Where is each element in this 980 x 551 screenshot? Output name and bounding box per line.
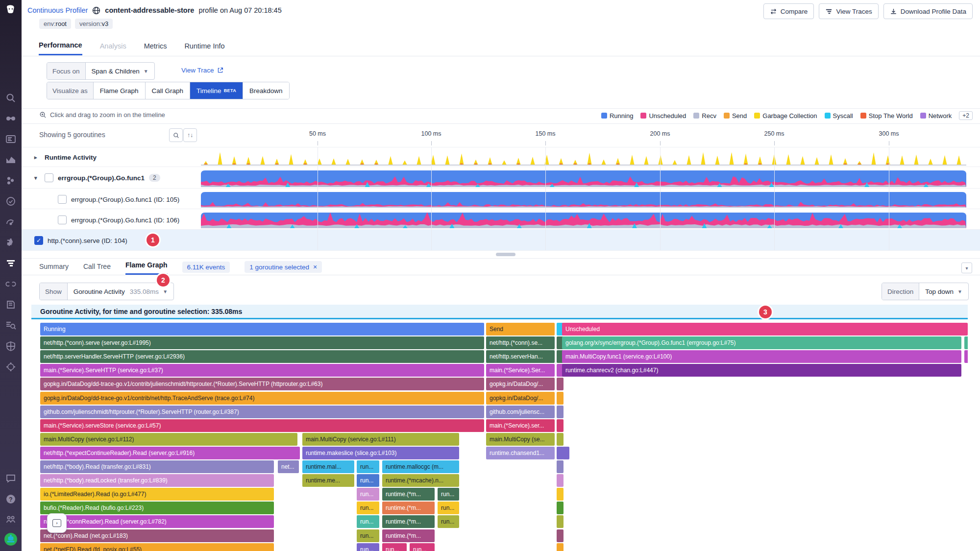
flame-segment[interactable]: run... <box>357 474 379 487</box>
flame-segment[interactable]: github.com/julienschmidt/httprouter.(*Ro… <box>40 406 484 418</box>
goroutine-checkbox[interactable] <box>45 173 53 182</box>
goroutine-checkbox-checked[interactable]: ✓ <box>34 236 43 245</box>
flame-segment[interactable]: run... <box>357 460 379 473</box>
flame-segment[interactable]: run... <box>410 543 435 551</box>
sidebar-icon-security[interactable] <box>5 340 17 352</box>
legend-item-network[interactable]: Network <box>920 112 952 120</box>
flame-segment[interactable]: runtime.mallocgc (m... <box>382 460 459 473</box>
flame-segment[interactable]: runtime.(*mcache).n... <box>382 474 459 487</box>
goroutine-search-button[interactable] <box>169 128 183 142</box>
flame-segment[interactable]: net/http.(*connReader).Read (server.go:L… <box>40 515 274 528</box>
datadog-logo-icon[interactable] <box>5 4 17 16</box>
sidebar-icon-profiler[interactable] <box>5 258 17 269</box>
tab-runtime-info[interactable]: Runtime Info <box>184 42 224 55</box>
bottom-tab-call-tree[interactable]: Call Tree <box>83 263 111 275</box>
flame-segment[interactable]: runtime.makeslice (slice.go:L#103) <box>302 447 459 459</box>
flame-segment[interactable]: run... <box>357 515 379 528</box>
flame-segment[interactable]: runtime.(*m... <box>382 502 435 514</box>
flame-segment-sliver[interactable] <box>557 419 564 432</box>
flame-segment[interactable]: bufio.(*Reader).Read (bufio.go:L#223) <box>40 502 274 514</box>
flame-segment[interactable]: gopkg.in/DataDog/... <box>486 392 555 405</box>
visualize-breakdown[interactable]: Breakdown <box>243 82 289 99</box>
flame-segment[interactable]: run... <box>357 543 379 551</box>
flame-segment[interactable]: main.(*Service).ServeHTTP (service.go:L#… <box>40 364 484 377</box>
flame-segment[interactable]: main.MultiCopy (service.go:L#111) <box>302 433 459 446</box>
flame-segment[interactable]: main.MultiCopy (service.go:L#112) <box>40 433 297 446</box>
sidebar-icon-ci[interactable] <box>5 278 17 290</box>
flame-segment[interactable]: runtime.(*m... <box>382 488 435 501</box>
events-count-pill[interactable]: 6.11K events <box>182 262 230 273</box>
sidebar-icon-metrics[interactable] <box>5 154 17 166</box>
tab-performance[interactable]: Performance <box>39 41 82 55</box>
flame-segment[interactable]: net/http.(*conn).se... <box>486 336 555 349</box>
flame-segment-sliver[interactable] <box>964 336 968 349</box>
flame-segment[interactable]: net/http.serverHan... <box>486 350 555 363</box>
sidebar-icon-chat[interactable] <box>5 473 17 484</box>
flame-segment-sliver[interactable] <box>557 529 564 542</box>
flame-segment-sliver[interactable] <box>557 378 564 390</box>
flame-segment[interactable]: runtime.(*m... <box>382 515 435 528</box>
show-select[interactable]: Goroutine Activity 335.08ms ▼ <box>68 283 173 300</box>
flame-segment[interactable]: github.com/juliensc... <box>486 406 555 418</box>
visualize-timeline[interactable]: TimelineBETA <box>190 82 243 99</box>
tab-metrics[interactable]: Metrics <box>144 42 167 55</box>
flame-segment[interactable]: runtime.chanrecv2 (chan.go:L#447) <box>562 364 961 377</box>
flame-segment[interactable]: net/http.(*expectContinueReader).Read (s… <box>40 447 300 459</box>
flame-segment[interactable]: net... <box>278 460 299 473</box>
flame-segment-sliver[interactable] <box>557 406 564 418</box>
flame-segment[interactable]: golang.org/x/sync/errgroup.(*Group).Go.f… <box>562 336 961 349</box>
close-icon[interactable]: × <box>313 263 317 271</box>
flame-segment[interactable]: run... <box>438 515 459 528</box>
sidebar-icon-log-explorer[interactable] <box>5 319 17 331</box>
legend-item-recv[interactable]: Recv <box>693 112 716 120</box>
legend-item-running[interactable]: Running <box>601 112 633 120</box>
flame-segment[interactable]: net/http.(*body).readLocked (transfer.go… <box>40 474 274 487</box>
visualize-call-graph[interactable]: Call Graph <box>146 82 191 99</box>
goroutine-row[interactable]: ▸Runtime Activity <box>34 150 97 165</box>
goroutine-selected-pill[interactable]: 1 goroutine selected× <box>245 261 322 273</box>
sidebar-icon-integrations[interactable] <box>5 237 17 248</box>
legend-item-stop-the-world[interactable]: Stop The World <box>860 112 913 120</box>
flame-segment[interactable]: run... <box>357 502 379 514</box>
flame-segment-sliver[interactable] <box>563 447 569 459</box>
service-name[interactable]: content-addressable-store <box>105 6 194 14</box>
console-toggle-button[interactable]: › <box>47 513 67 533</box>
flame-segment-sliver[interactable] <box>557 502 564 514</box>
legend-item-syscall[interactable]: Syscall <box>825 112 853 120</box>
flame-segment-sliver[interactable] <box>557 474 564 487</box>
legend-item-unscheduled[interactable]: Unscheduled <box>640 112 686 120</box>
legend-more-badge[interactable]: +2 <box>959 111 973 120</box>
flame-segment[interactable]: run... <box>382 543 407 551</box>
sidebar-icon-monitors[interactable] <box>5 195 17 207</box>
sidebar-icon-notebooks[interactable] <box>5 299 17 311</box>
flame-segment[interactable]: net.(*conn).Read (net.go:L#183) <box>40 529 274 542</box>
flame-segment[interactable]: run... <box>438 488 459 501</box>
sidebar-icon-org-users[interactable] <box>5 514 17 526</box>
sidebar-icon-search[interactable] <box>5 92 17 104</box>
flame-segment[interactable]: run... <box>357 488 379 501</box>
user-avatar[interactable] <box>4 533 17 546</box>
sidebar-icon-help[interactable]: ? <box>5 493 17 505</box>
bottom-tab-flame-graph[interactable]: Flame Graph <box>125 261 168 275</box>
goroutine-checkbox[interactable] <box>58 195 67 204</box>
tag-env[interactable]: env:root <box>39 19 71 29</box>
flame-segment[interactable]: runtime.chansend1... <box>486 447 555 459</box>
flame-segment[interactable]: main.(*Service).Ser... <box>486 364 555 377</box>
flame-segment[interactable]: gopkg.in/DataDog/dd-trace-go.v1/contrib/… <box>40 392 484 405</box>
flame-segment-sliver[interactable] <box>557 392 564 405</box>
flame-segment-sliver[interactable] <box>557 488 564 501</box>
goroutine-row[interactable]: errgroup.(*Group).Go.func1 (ID: 106) <box>58 213 179 227</box>
tab-analysis[interactable]: Analysis <box>100 42 126 55</box>
continuous-profiler-link[interactable]: Continuous Profiler <box>27 6 88 14</box>
flame-segment[interactable]: net/http.(*conn).serve (server.go:L#1995… <box>40 336 484 349</box>
flame-segment[interactable]: Send <box>486 323 555 335</box>
legend-item-garbage-collection[interactable]: Garbage Collection <box>754 112 817 120</box>
tag-version[interactable]: version:v3 <box>75 19 113 29</box>
goroutine-row[interactable]: ▾errgroup.(*Group).Go.func12 <box>34 170 160 185</box>
flame-segment[interactable]: net.(*netFD).Read (fd_posix.go:L#55) <box>40 543 274 551</box>
view-trace-link[interactable]: View Trace <box>181 67 223 74</box>
goroutine-sort-button[interactable]: ↑↓ <box>183 128 197 142</box>
flame-segment[interactable]: run... <box>357 529 379 542</box>
flame-segment[interactable]: Running <box>40 323 484 335</box>
sidebar-icon-watchdog[interactable] <box>5 113 17 124</box>
